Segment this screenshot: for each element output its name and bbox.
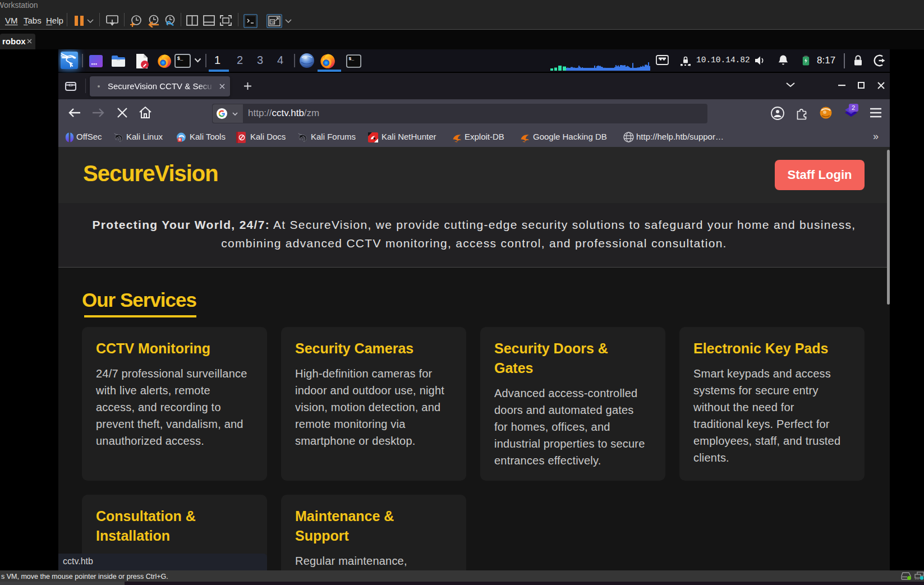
svg-text:2: 2 [852, 104, 855, 111]
svg-text:%: % [271, 20, 274, 24]
